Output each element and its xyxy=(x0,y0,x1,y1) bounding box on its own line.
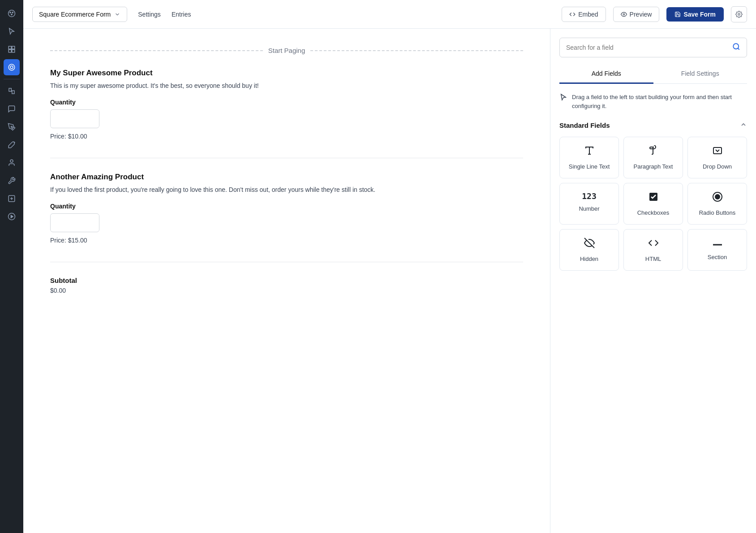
embed-button[interactable]: Embed xyxy=(562,7,606,22)
sidebar-icon-pages[interactable] xyxy=(4,83,20,99)
svg-point-0 xyxy=(9,10,15,17)
field-card-checkboxes[interactable]: Checkboxes xyxy=(623,183,683,225)
sidebar-icon-person[interactable] xyxy=(4,155,20,171)
field-card-number[interactable]: 123 Number xyxy=(559,183,619,225)
svg-rect-6 xyxy=(9,50,11,52)
field-card-paragraph-text[interactable]: Paragraph Text xyxy=(623,137,683,178)
sidebar-icon-add[interactable] xyxy=(4,191,20,207)
subtotal-label: Subtotal xyxy=(50,277,523,284)
product-1-quantity-input[interactable] xyxy=(51,111,99,127)
field-card-radio-buttons-label: Radio Buttons xyxy=(699,209,736,216)
sidebar-icon-blocks[interactable] xyxy=(4,41,20,57)
svg-line-22 xyxy=(738,48,739,49)
product-1-quantity-label: Quantity xyxy=(50,99,523,106)
sidebar-icon-palette[interactable] xyxy=(4,5,20,22)
svg-point-21 xyxy=(733,43,739,49)
field-card-number-label: Number xyxy=(579,205,599,212)
form-builder-area: Start Paging My Super Awesome Product Th… xyxy=(23,29,550,533)
dashed-line-left xyxy=(50,50,263,51)
product-divider-1 xyxy=(50,158,523,158)
sidebar-icon-brush[interactable] xyxy=(4,119,20,135)
collapse-icon[interactable] xyxy=(740,121,747,130)
hidden-icon xyxy=(584,238,595,251)
product-2-quantity-input-wrap: ▲ ▼ xyxy=(50,213,99,232)
product-1-price: Price: $10.00 xyxy=(50,133,523,140)
tab-add-fields[interactable]: Add Fields xyxy=(559,65,653,84)
nav-settings-link[interactable]: Settings xyxy=(138,9,161,20)
product-section-2: Another Amazing Product If you loved the… xyxy=(50,173,523,244)
product-2-title: Another Amazing Product xyxy=(50,173,523,182)
section-icon xyxy=(712,238,723,249)
field-search-input[interactable] xyxy=(566,44,729,51)
standard-fields-title: Standard Fields xyxy=(559,121,610,129)
gear-icon xyxy=(735,11,743,18)
svg-point-20 xyxy=(738,13,740,15)
product-section-1: My Super Awesome Product This is my supe… xyxy=(50,69,523,140)
field-card-html[interactable]: HTML xyxy=(623,229,683,271)
dashed-line-right xyxy=(310,50,523,51)
fields-grid: Single Line Text Paragraph Text Drop Dow… xyxy=(559,137,747,271)
field-card-radio-buttons[interactable]: Radio Buttons xyxy=(687,183,747,225)
field-card-hidden-label: Hidden xyxy=(580,256,598,262)
form-selector-label: Square Ecommerce Form xyxy=(39,11,111,18)
embed-label: Embed xyxy=(578,11,598,18)
sidebar xyxy=(0,0,23,533)
sidebar-icon-form[interactable] xyxy=(4,59,20,75)
sidebar-icon-play[interactable] xyxy=(4,208,20,225)
preview-button[interactable]: Preview xyxy=(613,7,660,22)
subtotal-value: $0.00 xyxy=(50,287,523,294)
sidebar-icon-cursor[interactable] xyxy=(4,23,20,39)
standard-fields-header: Standard Fields xyxy=(559,121,747,130)
checkboxes-icon xyxy=(648,191,659,205)
drag-hint-text: Drag a field to the left to start buildi… xyxy=(572,93,747,110)
product-2-quantity-input[interactable] xyxy=(51,215,99,231)
panel-tabs: Add Fields Field Settings xyxy=(559,65,747,84)
right-panel: Add Fields Field Settings Drag a field t… xyxy=(550,29,756,533)
field-card-hidden[interactable]: Hidden xyxy=(559,229,619,271)
form-selector-button[interactable]: Square Ecommerce Form xyxy=(32,7,127,22)
field-card-single-line-text-label: Single Line Text xyxy=(569,163,610,170)
svg-point-3 xyxy=(11,14,12,15)
paragraph-text-icon xyxy=(648,145,659,159)
start-paging-label: Start Paging xyxy=(268,47,305,54)
field-card-section-label: Section xyxy=(708,254,727,260)
search-icon xyxy=(732,43,740,52)
settings-gear-button[interactable] xyxy=(731,6,747,22)
field-card-drop-down-label: Drop Down xyxy=(703,163,732,170)
svg-point-13 xyxy=(10,160,13,162)
topbar: Square Ecommerce Form Settings Entries E… xyxy=(23,0,756,29)
field-card-html-label: HTML xyxy=(645,256,661,262)
sidebar-icon-wrench[interactable] xyxy=(4,173,20,189)
svg-point-19 xyxy=(623,13,625,15)
save-form-button[interactable]: Save Form xyxy=(666,7,724,22)
save-icon xyxy=(674,11,681,17)
svg-rect-7 xyxy=(12,50,15,52)
svg-point-12 xyxy=(11,126,13,128)
single-line-text-icon xyxy=(584,145,595,159)
save-label: Save Form xyxy=(683,11,716,18)
svg-marker-18 xyxy=(11,215,13,218)
product-2-description: If you loved the first product, you're r… xyxy=(50,185,523,195)
tab-field-settings[interactable]: Field Settings xyxy=(653,65,747,84)
field-card-single-line-text[interactable]: Single Line Text xyxy=(559,137,619,178)
svg-rect-11 xyxy=(12,91,14,94)
html-icon xyxy=(648,238,659,251)
cursor-hint-icon xyxy=(559,93,567,104)
svg-rect-10 xyxy=(9,88,11,91)
product-1-title: My Super Awesome Product xyxy=(50,69,523,78)
sidebar-icon-comments[interactable] xyxy=(4,101,20,117)
svg-point-8 xyxy=(9,64,15,70)
topbar-nav: Settings Entries xyxy=(138,9,191,20)
sidebar-icon-paint[interactable] xyxy=(4,137,20,153)
nav-entries-link[interactable]: Entries xyxy=(172,9,191,20)
preview-eye-icon xyxy=(621,11,627,17)
main-area: Square Ecommerce Form Settings Entries E… xyxy=(23,0,756,533)
radio-buttons-icon xyxy=(712,191,723,205)
svg-rect-5 xyxy=(12,46,15,49)
svg-point-1 xyxy=(10,12,11,13)
svg-point-9 xyxy=(10,66,13,69)
field-card-section[interactable]: Section xyxy=(687,229,747,271)
field-card-drop-down[interactable]: Drop Down xyxy=(687,137,747,178)
svg-rect-4 xyxy=(9,46,11,49)
preview-label: Preview xyxy=(630,11,652,18)
